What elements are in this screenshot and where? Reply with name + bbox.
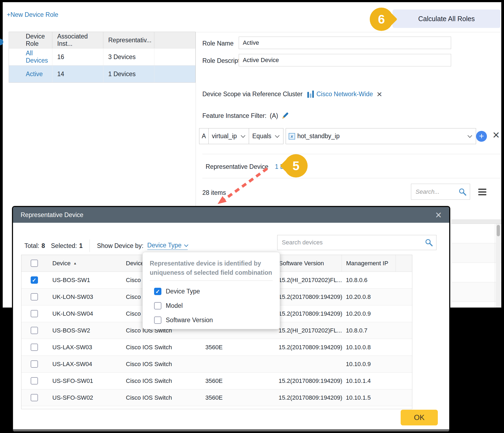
- reference-cluster-link[interactable]: Cisco Network-Wide: [316, 91, 373, 98]
- filter-operator-value: Equals: [252, 133, 271, 140]
- device-row[interactable]: US-LAX-SW04 Cisco IOS Switch 10.10.0.9: [21, 356, 412, 373]
- modal-bottom-strip: [13, 429, 449, 431]
- search-icon[interactable]: [458, 188, 467, 196]
- search-icon[interactable]: [425, 238, 433, 247]
- background-row: [451, 282, 501, 302]
- ok-label: OK: [414, 413, 425, 422]
- show-device-by-label: Show Device by:: [97, 242, 143, 250]
- role-link-active[interactable]: Active: [26, 70, 43, 78]
- role-name-label: Role Name: [202, 40, 234, 47]
- vertical-scrollbar[interactable]: [496, 224, 501, 308]
- selected-label: Selected:: [51, 242, 77, 250]
- representative-count: 1 Devices: [103, 66, 154, 82]
- screen: +New Device Role Calculate All Roles Dev…: [0, 0, 504, 433]
- sort-asc-icon: ▲: [73, 261, 77, 265]
- popup-option[interactable]: Software Version: [150, 316, 273, 324]
- new-device-role-link[interactable]: +New Device Role: [7, 11, 58, 18]
- edit-pencil-icon[interactable]: [281, 112, 289, 119]
- filter-prefix-box: A: [199, 128, 209, 144]
- cluster-icon: [307, 91, 314, 98]
- representative-device-label: Representative Device: [206, 163, 268, 170]
- total-value: 8: [42, 242, 45, 250]
- calculate-all-roles-label: Calculate All Roles: [418, 15, 475, 23]
- col-device[interactable]: Device▲: [47, 260, 122, 267]
- model-checkbox[interactable]: [154, 302, 161, 309]
- search-devices-input[interactable]: [277, 239, 425, 246]
- chevron-down-icon: [184, 243, 189, 247]
- show-device-by-select[interactable]: Device Type: [147, 242, 188, 250]
- role-link-all-devices[interactable]: All Devices: [26, 50, 52, 64]
- filter-field-select[interactable]: virtual_ip: [208, 128, 249, 144]
- device-role-table-header: Device Role Associated Inst... Represent…: [9, 32, 195, 48]
- popup-option[interactable]: Device Type: [150, 288, 273, 295]
- row-checkbox[interactable]: [31, 360, 38, 368]
- row-checkbox[interactable]: [31, 327, 38, 334]
- device-row[interactable]: US-LAX-SW03 Cisco IOS Switch 3560E 15.2(…: [21, 339, 412, 356]
- filter-value-select[interactable]: x hot_standby_ip: [286, 128, 476, 144]
- popup-divider: [150, 280, 273, 281]
- search-input[interactable]: [411, 188, 458, 195]
- device-row[interactable]: US-SFO-SW01 Cisco IOS Switch 3560E 15.2(…: [21, 373, 412, 389]
- modal-header: Representative Device ×: [13, 207, 449, 223]
- remove-cluster-icon[interactable]: ×: [377, 89, 382, 99]
- device-row-clipped: [21, 406, 412, 409]
- background-device-table: [451, 205, 501, 308]
- table-row[interactable]: All Devices 16 3 Devices: [9, 48, 195, 65]
- row-checkbox[interactable]: [31, 310, 38, 317]
- scrollbar-thumb[interactable]: [497, 225, 500, 236]
- show-device-by-value: Device Type: [147, 242, 181, 249]
- field-combination-popup: Representative device is identified by u…: [142, 252, 280, 329]
- remove-filter-icon[interactable]: ×: [493, 129, 500, 141]
- filter-operator-select[interactable]: Equals: [249, 128, 283, 144]
- col-associated-instances: Associated Inst...: [52, 32, 103, 48]
- feature-filter-row: Feature Instance Filter: (A): [202, 112, 289, 119]
- row-checkbox[interactable]: [31, 293, 38, 300]
- row-checkbox[interactable]: [31, 377, 38, 384]
- header-divider: [196, 32, 501, 32]
- col-management-ip[interactable]: Management IP: [342, 255, 396, 272]
- device-role-table: Device Role Associated Inst... Represent…: [9, 32, 196, 83]
- background-row: [451, 243, 501, 263]
- associated-count: 14: [52, 66, 103, 82]
- modal-title: Representative Device: [13, 211, 83, 219]
- add-filter-button[interactable]: +: [476, 131, 487, 142]
- ok-button[interactable]: OK: [401, 410, 438, 425]
- modal-search-box: [277, 235, 436, 250]
- scrollbar-separator: [495, 224, 495, 308]
- background-row: [451, 224, 501, 243]
- row-checkbox[interactable]: [31, 344, 38, 351]
- col-device-role: Device Role: [9, 32, 52, 48]
- calculate-all-roles-button[interactable]: Calculate All Roles: [393, 9, 500, 28]
- device-type-checkbox[interactable]: [154, 288, 161, 295]
- col-representative: Representativ...: [103, 32, 154, 48]
- col-software-version[interactable]: Software Version: [275, 255, 342, 272]
- popup-option[interactable]: Model: [150, 302, 273, 309]
- close-icon[interactable]: ×: [435, 209, 449, 220]
- popup-hint-line2: uniqueness of selected field combination: [150, 268, 273, 277]
- row-checkbox[interactable]: [31, 394, 38, 401]
- software-version-checkbox[interactable]: [154, 316, 161, 324]
- select-all-checkbox[interactable]: [31, 260, 38, 267]
- option-label: Software Version: [166, 316, 213, 324]
- table-row[interactable]: Active 14 1 Devices: [9, 65, 195, 82]
- step-6-badge: 6: [370, 8, 393, 31]
- items-count: 28 items: [202, 189, 226, 196]
- role-name-field[interactable]: [239, 37, 451, 49]
- representative-count: 3 Devices: [103, 49, 154, 65]
- background-row: [451, 263, 501, 282]
- summary-divider: [90, 240, 90, 252]
- row-checkbox[interactable]: [31, 276, 38, 284]
- background-table-header: [451, 219, 501, 224]
- table-menu-icon[interactable]: [478, 189, 486, 197]
- chevron-down-icon: [275, 133, 280, 138]
- chevron-down-icon: [468, 133, 472, 138]
- role-description-field[interactable]: [239, 54, 451, 66]
- filter-group-label: (A): [270, 112, 278, 119]
- associated-count: 16: [52, 49, 103, 65]
- step-6-number: 6: [378, 12, 385, 27]
- popup-hint-line1: Representative device is identified by: [150, 259, 273, 268]
- option-label: Device Type: [166, 288, 200, 295]
- device-row[interactable]: US-SFO-SW02 Cisco IOS Switch 3560E 15.2(…: [21, 389, 412, 406]
- filter-prefix: A: [202, 133, 206, 140]
- total-label: Total:: [24, 242, 39, 250]
